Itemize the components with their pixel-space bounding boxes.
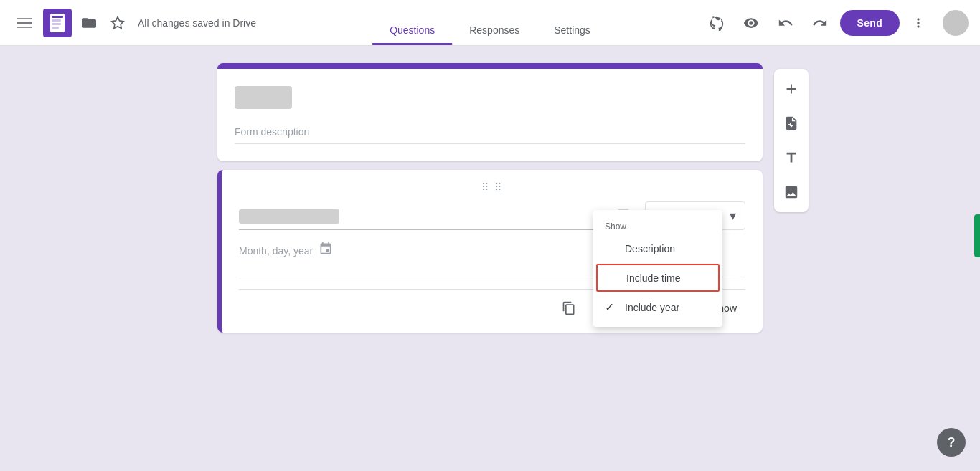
sidebar-tools <box>774 69 809 212</box>
send-button[interactable]: Send <box>840 10 900 36</box>
drag-handle: ⠿ ⠿ <box>239 181 745 193</box>
saved-status: All changes saved in Drive <box>138 17 256 29</box>
include-time-label: Include time <box>626 272 680 284</box>
include-year-check-icon: ✓ <box>605 300 619 314</box>
main-content: Form description ⠿ ⠿ 📅 Date ▾ Month, day… <box>0 46 980 471</box>
description-label: Description <box>625 243 675 254</box>
question-input-bar[interactable] <box>239 201 602 230</box>
tab-bar: Questions Responses Settings <box>372 17 608 45</box>
more-options-button[interactable] <box>905 10 931 36</box>
date-input-text: Month, day, year <box>239 245 313 257</box>
svg-rect-2 <box>17 27 32 28</box>
folder-icon[interactable] <box>77 11 100 34</box>
palette-button[interactable] <box>702 9 731 37</box>
dropdown-item-include-year[interactable]: ✓ Include year <box>593 293 722 321</box>
duplicate-button[interactable] <box>556 295 582 321</box>
star-icon[interactable] <box>106 11 129 34</box>
dropdown-item-description[interactable]: ✓ Description <box>593 234 722 262</box>
include-year-label: Include year <box>625 302 679 313</box>
preview-button[interactable] <box>737 9 765 37</box>
green-sidebar-handle[interactable] <box>974 214 980 257</box>
show-dropdown-menu: Show ✓ Description ✓ Include time ✓ Incl… <box>593 210 722 327</box>
add-image-button[interactable] <box>774 175 809 209</box>
import-question-button[interactable] <box>774 106 809 141</box>
avatar[interactable] <box>943 10 969 36</box>
svg-rect-1 <box>17 22 32 24</box>
add-title-button[interactable] <box>774 141 809 175</box>
title-card: Form description <box>217 63 763 161</box>
question-card: ⠿ ⠿ 📅 Date ▾ Month, day, year <box>217 170 763 333</box>
form-title-placeholder <box>235 86 292 109</box>
form-description[interactable]: Form description <box>235 126 745 144</box>
svg-rect-0 <box>17 18 32 19</box>
form-app-icon <box>43 9 72 37</box>
header-right: Send <box>702 9 969 37</box>
tab-responses[interactable]: Responses <box>452 17 537 45</box>
dropdown-item-include-time[interactable]: ✓ Include time <box>596 264 720 292</box>
undo-button[interactable] <box>771 9 800 37</box>
type-dropdown-arrow: ▾ <box>730 208 736 224</box>
svg-marker-3 <box>112 16 124 28</box>
add-question-button[interactable] <box>774 72 809 106</box>
help-button[interactable]: ? <box>937 428 966 457</box>
tab-settings[interactable]: Settings <box>537 17 608 45</box>
redo-button[interactable] <box>806 9 834 37</box>
question-input-placeholder <box>239 209 339 224</box>
hamburger-icon[interactable] <box>11 10 37 36</box>
dropdown-header: Show <box>593 216 722 234</box>
calendar-icon <box>319 242 333 260</box>
tab-questions[interactable]: Questions <box>372 17 452 45</box>
header: All changes saved in Drive Questions Res… <box>0 0 980 46</box>
question-underline <box>239 229 602 230</box>
